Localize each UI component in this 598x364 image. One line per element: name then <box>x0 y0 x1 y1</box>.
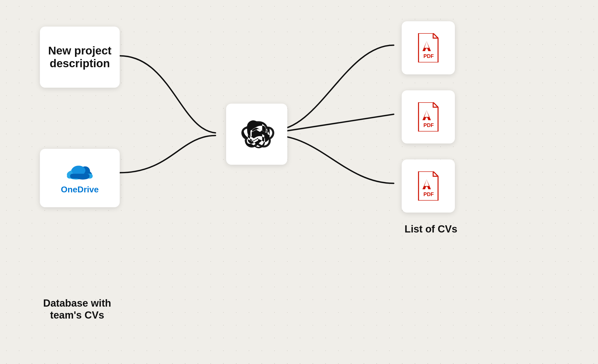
svg-text:PDF: PDF <box>423 191 434 197</box>
pdf-card-1: PDF <box>402 21 455 74</box>
database-label-text: Database with team's CVs <box>43 298 111 321</box>
cvs-label-text: List of CVs <box>405 223 457 235</box>
pdf-card-3: PDF <box>402 159 455 213</box>
openai-logo <box>238 116 275 153</box>
database-label: Database with team's CVs <box>21 297 133 321</box>
onedrive-inner: OneDrive <box>61 162 99 194</box>
svg-text:PDF: PDF <box>423 122 434 128</box>
pdf-icon-1: PDF <box>415 33 442 62</box>
openai-card <box>226 104 287 165</box>
project-description-text: New project description <box>40 39 120 75</box>
onedrive-icon <box>65 162 94 180</box>
openai-logo-wrap <box>226 104 287 165</box>
canvas: New project description OneDrive <box>0 0 598 364</box>
svg-text:PDF: PDF <box>423 53 434 59</box>
onedrive-card: OneDrive <box>40 149 120 207</box>
pdf-inner-3: PDF <box>415 171 442 201</box>
pdf-icon-3: PDF <box>415 171 442 201</box>
pdf-inner-1: PDF <box>415 33 442 62</box>
project-description-card: New project description <box>40 27 120 88</box>
pdf-inner-2: PDF <box>415 102 442 132</box>
pdf-card-2: PDF <box>402 90 455 143</box>
cvs-label: List of CVs <box>380 223 481 235</box>
pdf-icon-2: PDF <box>415 102 442 132</box>
onedrive-label: OneDrive <box>61 185 99 194</box>
svg-rect-6 <box>70 173 89 178</box>
